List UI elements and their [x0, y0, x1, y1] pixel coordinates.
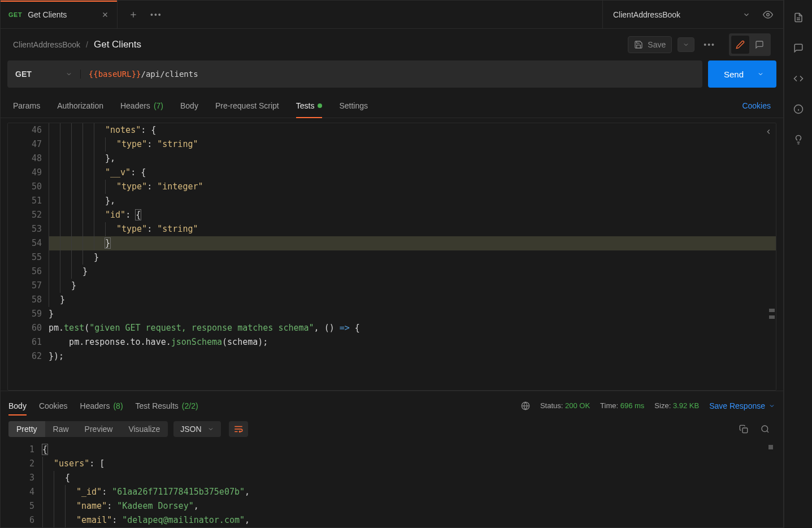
comment-icon — [755, 40, 764, 49]
response-view-mode: Pretty Raw Preview Visualize — [8, 421, 168, 437]
response-subtabs: Body Cookies Headers (8) Test Results (2… — [1, 391, 783, 416]
chevron-down-icon — [768, 403, 775, 409]
pretty-button[interactable]: Pretty — [8, 421, 45, 437]
tab-authorization[interactable]: Authorization — [57, 93, 103, 118]
tab-params[interactable]: Params — [13, 93, 40, 118]
copy-icon — [739, 425, 748, 434]
resp-tab-body[interactable]: Body — [8, 396, 27, 416]
network-icon[interactable] — [521, 401, 530, 410]
environment-name: ClientAddressBook — [613, 10, 680, 19]
documentation-button[interactable] — [793, 12, 804, 23]
tab-body[interactable]: Body — [180, 93, 198, 118]
copy-response-button[interactable] — [739, 425, 748, 434]
response-body-viewer[interactable]: 123456 { "users": [ { "_id": "61aa26f711… — [1, 443, 783, 527]
size-label: Size: 3.92 KB — [654, 401, 699, 410]
visualize-button[interactable]: Visualize — [120, 421, 168, 437]
time-label: Time: 696 ms — [600, 401, 644, 410]
view-toggle — [729, 33, 771, 56]
tab-tests[interactable]: Tests — [296, 93, 323, 118]
code-icon — [793, 73, 804, 84]
comment-icon — [793, 43, 804, 53]
chevron-down-icon — [742, 11, 750, 19]
tests-editor[interactable]: 4647484950515253545556575859606162 "note… — [7, 123, 776, 391]
send-button[interactable]: Send — [708, 60, 776, 88]
status-label: Status: 200 OK — [540, 401, 590, 410]
svg-rect-9 — [742, 428, 748, 433]
comment-mode-button[interactable] — [750, 36, 768, 54]
bot-button[interactable] — [793, 135, 804, 145]
pencil-icon — [736, 40, 745, 49]
code-button[interactable] — [793, 73, 804, 84]
svg-point-10 — [762, 426, 768, 432]
right-sidebar — [784, 0, 812, 528]
search-icon — [761, 425, 770, 434]
breadcrumb-separator: / — [86, 40, 88, 49]
tab-title: Get Clients — [28, 10, 95, 19]
more-options-button[interactable]: ••• — [700, 40, 719, 49]
build-mode-button[interactable] — [731, 36, 749, 54]
info-icon — [793, 104, 804, 114]
save-label: Save — [648, 40, 666, 49]
scrollbar-thumb[interactable] — [769, 309, 775, 312]
request-tab[interactable]: GET Get Clients — [1, 1, 118, 28]
comments-button[interactable] — [793, 43, 804, 53]
eye-icon[interactable] — [763, 10, 773, 20]
resp-tab-cookies[interactable]: Cookies — [39, 396, 68, 416]
format-select[interactable]: JSON — [173, 421, 220, 437]
search-response-button[interactable] — [761, 425, 770, 434]
request-subtabs: Params Authorization Headers (7) Body Pr… — [1, 93, 783, 118]
resp-tab-headers[interactable]: Headers (8) — [80, 396, 123, 416]
url-input[interactable]: {{baseURL}}/api/clients — [81, 70, 702, 79]
svg-line-11 — [767, 431, 768, 432]
tab-prerequest[interactable]: Pre-request Script — [215, 93, 279, 118]
breadcrumb-item: Get Clients — [94, 39, 141, 50]
save-dropdown-button[interactable] — [678, 37, 694, 52]
svg-point-4 — [767, 13, 770, 16]
tab-bar: GET Get Clients ••• ClientAddressBook — [1, 1, 783, 29]
save-icon — [634, 40, 643, 49]
chevron-down-icon — [757, 71, 764, 77]
preview-button[interactable]: Preview — [77, 421, 121, 437]
raw-button[interactable]: Raw — [45, 421, 77, 437]
unsaved-dot-icon — [318, 103, 322, 108]
tab-method-badge: GET — [8, 11, 22, 18]
wrap-icon — [233, 424, 244, 434]
chevron-down-icon — [66, 71, 72, 77]
tab-headers[interactable]: Headers (7) — [120, 93, 163, 118]
url-bar: GET {{baseURL}}/api/clients — [7, 60, 702, 88]
method-select[interactable]: GET — [7, 70, 81, 79]
resp-tab-test-results[interactable]: Test Results (2/2) — [136, 396, 198, 416]
scrollbar-thumb[interactable] — [769, 315, 775, 319]
method-label: GET — [15, 70, 32, 79]
save-button[interactable]: Save — [628, 36, 672, 53]
info-button[interactable] — [793, 104, 804, 114]
tab-overflow-button[interactable]: ••• — [150, 10, 162, 19]
file-icon — [793, 12, 804, 23]
save-response-button[interactable]: Save Response — [709, 401, 775, 410]
minimap-marker — [768, 445, 773, 449]
lightbulb-icon — [793, 135, 804, 145]
send-label: Send — [724, 70, 744, 79]
url-path: /api/clients — [141, 70, 198, 79]
wrap-lines-button[interactable] — [229, 421, 248, 437]
cookies-link[interactable]: Cookies — [742, 101, 771, 110]
breadcrumb-collection[interactable]: ClientAddressBook — [13, 40, 80, 49]
environment-picker[interactable]: ClientAddressBook — [602, 1, 783, 28]
close-icon[interactable] — [101, 11, 109, 19]
collapse-panel-button[interactable] — [765, 128, 772, 136]
response-toolbar: Pretty Raw Preview Visualize JSON — [1, 416, 783, 443]
url-variable: {{baseURL}} — [89, 70, 141, 79]
new-tab-button[interactable] — [129, 10, 138, 19]
breadcrumb-row: ClientAddressBook / Get Clients Save ••• — [1, 29, 783, 60]
tab-settings[interactable]: Settings — [339, 93, 368, 118]
chevron-down-icon — [207, 426, 214, 432]
